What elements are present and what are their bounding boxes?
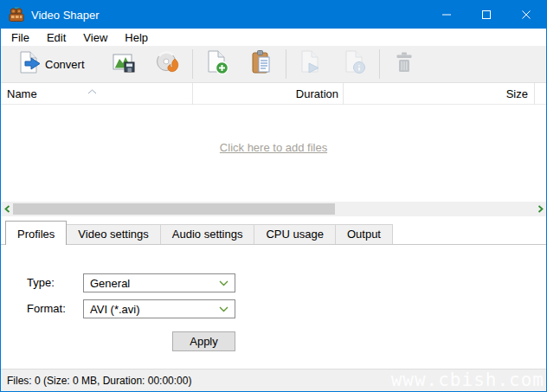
save-snapshot-button[interactable] <box>106 48 142 80</box>
format-select[interactable]: AVI (*.avi) <box>83 299 235 318</box>
tab-output[interactable]: Output <box>335 224 393 244</box>
maximize-button[interactable] <box>467 1 506 29</box>
file-list-body[interactable]: Click here to add files <box>1 105 546 202</box>
menu-help[interactable]: Help <box>116 29 157 46</box>
type-label: Type: <box>27 276 55 289</box>
tab-cpu-usage[interactable]: CPU usage <box>254 224 335 244</box>
column-header-name[interactable]: Name <box>1 83 193 105</box>
menu-file[interactable]: File <box>3 29 38 46</box>
menu-edit[interactable]: Edit <box>38 29 74 46</box>
file-list-header: Name Duration Size <box>1 83 546 105</box>
close-button[interactable] <box>506 1 546 29</box>
status-text: Files: 0 (Size: 0 MB, Duration: 00:00:00… <box>7 375 191 387</box>
paste-icon <box>248 49 274 79</box>
burn-disc-icon <box>155 49 181 79</box>
sort-ascending-icon <box>87 84 97 97</box>
save-snapshot-icon <box>111 49 137 79</box>
type-select[interactable]: General <box>83 273 235 292</box>
column-header-size[interactable]: Size <box>344 83 535 105</box>
menu-bar: File Edit View Help <box>1 29 546 46</box>
play-file-icon <box>298 49 324 79</box>
file-info-icon <box>342 49 368 79</box>
toolbar: Convert <box>1 46 546 83</box>
scroll-left-icon[interactable] <box>1 202 13 216</box>
horizontal-scrollbar[interactable] <box>1 202 546 216</box>
tab-audio-settings[interactable]: Audio settings <box>160 224 255 244</box>
type-select-value: General <box>90 277 130 290</box>
file-info-button[interactable] <box>337 48 373 80</box>
watermark: www.cbish.com <box>391 370 544 390</box>
chevron-down-icon <box>219 306 228 312</box>
add-file-button[interactable] <box>199 48 235 80</box>
format-label: Format: <box>27 302 66 315</box>
delete-button[interactable] <box>386 48 422 80</box>
add-files-link[interactable]: Click here to add files <box>220 141 327 157</box>
toolbar-separator <box>379 49 380 79</box>
toolbar-separator <box>286 49 286 79</box>
convert-label: Convert <box>45 58 85 71</box>
app-window: Video Shaper File Edit View Help <box>0 0 547 392</box>
apply-button[interactable]: Apply <box>172 331 235 351</box>
app-icon <box>8 6 25 23</box>
tab-video-settings[interactable]: Video settings <box>66 224 160 244</box>
window-title: Video Shaper <box>31 9 100 22</box>
play-file-button[interactable] <box>293 48 329 80</box>
status-bar: Files: 0 (Size: 0 MB, Duration: 00:00:00… <box>1 369 546 391</box>
toolbar-separator <box>192 49 193 79</box>
convert-button[interactable]: Convert <box>12 48 90 80</box>
profiles-panel: Type: General Format: AVI (*.avi) Apply <box>1 244 546 369</box>
scrollbar-thumb[interactable] <box>13 203 335 215</box>
add-file-icon <box>204 49 230 79</box>
chevron-down-icon <box>219 280 228 286</box>
scroll-right-icon[interactable] <box>534 202 546 216</box>
settings-tabs: Profiles Video settings Audio settings C… <box>1 216 546 244</box>
delete-icon <box>391 49 417 79</box>
burn-disc-button[interactable] <box>150 48 186 80</box>
title-bar[interactable]: Video Shaper <box>1 1 546 29</box>
format-select-value: AVI (*.avi) <box>90 303 140 316</box>
column-header-duration[interactable]: Duration <box>193 83 344 105</box>
paste-button[interactable] <box>243 48 280 80</box>
convert-icon <box>17 49 43 79</box>
minimize-button[interactable] <box>427 1 467 29</box>
tab-profiles[interactable]: Profiles <box>5 221 67 245</box>
menu-view[interactable]: View <box>74 29 116 46</box>
